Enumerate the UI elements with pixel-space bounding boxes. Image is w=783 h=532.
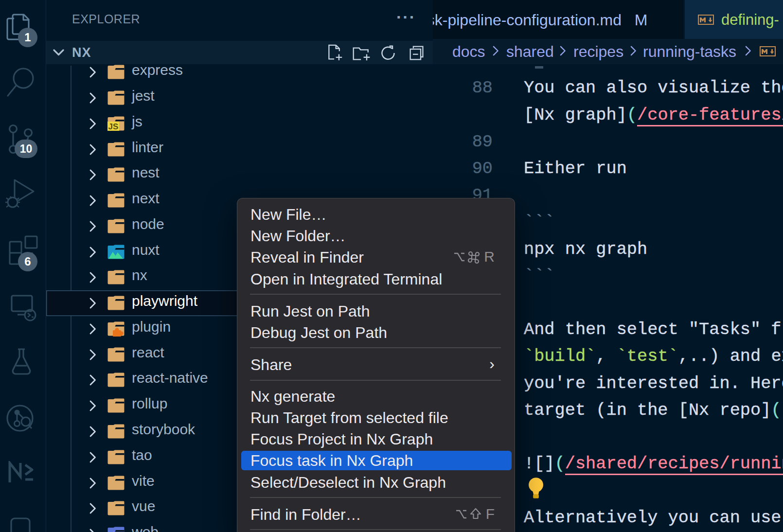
- svg-text:JS: JS: [108, 122, 119, 131]
